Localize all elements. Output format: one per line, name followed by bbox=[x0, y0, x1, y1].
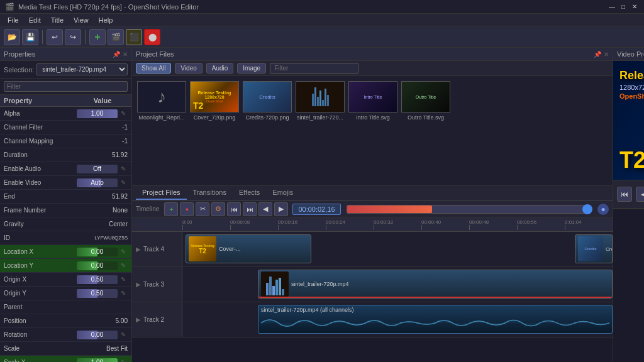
list-item[interactable]: Intro Title Intro Title.svg bbox=[348, 81, 397, 121]
title-bar: 🎬 Media Test Files [HD 720p 24 fps] - Op… bbox=[0, 0, 644, 14]
rotation-edit-icon[interactable]: ✎ bbox=[119, 331, 128, 339]
menu-title[interactable]: Title bbox=[46, 15, 69, 25]
minimize-button[interactable]: — bbox=[608, 3, 616, 11]
properties-table: Property Value Alpha 1.00 ✎ Channel Filt… bbox=[0, 95, 131, 362]
new-button[interactable]: 📂 bbox=[4, 29, 20, 45]
filter-image[interactable]: Image bbox=[237, 63, 266, 74]
alpha-edit-icon[interactable]: ✎ bbox=[119, 109, 128, 118]
window-controls: — □ ✕ bbox=[608, 3, 639, 11]
origin-x-slider[interactable]: 0.50 bbox=[77, 275, 118, 284]
preview-app-name: OpenShot Video Editor bbox=[619, 92, 644, 100]
tab-project-files[interactable]: Project Files bbox=[136, 186, 187, 200]
location-y-slider[interactable]: 0.00 bbox=[77, 261, 118, 270]
location-x-edit-icon[interactable]: ✎ bbox=[119, 248, 128, 256]
prop-origin-x: Origin X 0.50 ✎ bbox=[0, 273, 131, 287]
clip-item[interactable]: sintel_trailer-720p.mp4 bbox=[258, 270, 613, 299]
menu-bar: File Edit Title View Help bbox=[0, 14, 644, 26]
prev-frame-button[interactable]: ⏮ bbox=[227, 202, 241, 216]
rotation-slider[interactable]: 0.00 bbox=[77, 331, 118, 339]
redo-button[interactable]: ↪ bbox=[65, 29, 81, 45]
next-frame-button[interactable]: ⏭ bbox=[243, 202, 257, 216]
tick-56: 00:00:56 bbox=[517, 219, 565, 230]
origin-y-slider[interactable]: 0.50 bbox=[77, 289, 118, 298]
menu-file[interactable]: File bbox=[3, 15, 24, 25]
maximize-button[interactable]: □ bbox=[619, 3, 628, 11]
origin-y-edit-icon[interactable]: ✎ bbox=[119, 289, 128, 298]
timeline-toolbar: + ● ✂ ⚙ ⏮ ⏭ ◀ ▶ 00:00:02,16 ● bbox=[164, 202, 609, 216]
file-thumbnail: Intro Title bbox=[348, 81, 397, 112]
enable-video-slider[interactable]: Auto bbox=[77, 178, 118, 187]
clip-item[interactable]: sintel_trailer-720p.mp4 (all channels) bbox=[258, 305, 613, 334]
file-thumbnail: ♪ bbox=[137, 81, 186, 112]
prop-origin-y: Origin Y 0.50 ✎ bbox=[0, 287, 131, 300]
list-item[interactable]: Outro Title Outro Title.svg bbox=[401, 81, 450, 121]
clip-item[interactable]: Credits Credit... bbox=[575, 234, 613, 263]
location-x-slider[interactable]: 0.00 bbox=[77, 248, 118, 256]
skip-to-start-button[interactable]: ⏮ bbox=[617, 187, 632, 202]
track-3-content: sintel_trailer-720p.mp4 bbox=[182, 267, 613, 302]
enable-audio-slider[interactable]: Off bbox=[77, 165, 118, 173]
filter-tabs: Show All Video Audio Image bbox=[132, 61, 613, 76]
save-button[interactable]: 💾 bbox=[22, 29, 38, 45]
preview-content: Release Testing 1280x720 OpenShot Video … bbox=[613, 61, 644, 180]
playhead-indicator: 00:00:02,16 bbox=[292, 204, 340, 215]
filter-audio[interactable]: Audio bbox=[206, 63, 234, 74]
menu-view[interactable]: View bbox=[69, 15, 94, 25]
pf-pin-icon[interactable]: 📌 bbox=[594, 51, 601, 58]
enable-snapping-button[interactable]: ● bbox=[180, 202, 194, 216]
track-row: ▶ Track 4 Release Testing T2 Cover-... bbox=[132, 232, 613, 267]
menu-help[interactable]: Help bbox=[94, 15, 118, 25]
file-label: Credits-720p.png bbox=[245, 114, 289, 121]
preview-placeholder bbox=[613, 209, 644, 219]
scale-x-slider[interactable]: 1.00 bbox=[77, 358, 118, 363]
file-thumbnail: Release Testing1280x720 OpenShot T2 bbox=[190, 81, 239, 112]
list-item[interactable]: ♪ Moonlight_Repri... bbox=[137, 81, 186, 121]
filter-video[interactable]: Video bbox=[175, 63, 202, 74]
app-icon: 🎬 bbox=[5, 3, 14, 11]
import-button[interactable]: 🎬 bbox=[108, 29, 124, 45]
filter-input[interactable] bbox=[4, 81, 128, 92]
origin-x-edit-icon[interactable]: ✎ bbox=[119, 275, 128, 284]
list-item[interactable]: sintel_trailer-720... bbox=[296, 81, 345, 121]
selection-row: Selection: sintel_trailer-720p.mp4 bbox=[0, 61, 131, 79]
prop-enable-audio: Enable Audio Off ✎ bbox=[0, 162, 131, 176]
project-files-title: Project Files bbox=[136, 50, 174, 58]
clip-item[interactable]: Release Testing T2 Cover-... bbox=[186, 234, 311, 263]
add-track-button[interactable]: + bbox=[164, 202, 178, 216]
project-files-filter-input[interactable] bbox=[270, 63, 358, 74]
properties-header-icons: 📌 ✕ bbox=[113, 51, 128, 58]
pf-close-icon[interactable]: ✕ bbox=[604, 51, 609, 58]
scale-x-edit-icon[interactable]: ✎ bbox=[119, 358, 128, 363]
jump-start-button[interactable]: ◀ bbox=[258, 202, 272, 216]
close-panel-icon[interactable]: ✕ bbox=[123, 51, 128, 58]
track-row: ▶ Track 2 sintel_trailer-720p.mp4 (all c… bbox=[132, 302, 613, 337]
record-button[interactable]: ⬤ bbox=[144, 29, 160, 45]
enable-video-edit-icon[interactable]: ✎ bbox=[119, 178, 128, 187]
menu-edit[interactable]: Edit bbox=[24, 15, 46, 25]
track-label-2: ▶ Track 2 bbox=[132, 302, 182, 337]
close-button[interactable]: ✕ bbox=[630, 3, 639, 11]
pin-icon[interactable]: 📌 bbox=[113, 51, 120, 58]
selection-dropdown[interactable]: sintel_trailer-720p.mp4 bbox=[36, 63, 128, 75]
separator-2 bbox=[85, 30, 86, 44]
list-item[interactable]: Release Testing1280x720 OpenShot T2 Cove… bbox=[190, 81, 239, 121]
enable-audio-edit-icon[interactable]: ✎ bbox=[119, 165, 128, 173]
settings-button[interactable]: ⚙ bbox=[211, 202, 225, 216]
track-2-content: sintel_trailer-720p.mp4 (all channels) bbox=[182, 302, 613, 337]
prev-frame-button[interactable]: ◀ bbox=[636, 187, 644, 202]
add-button[interactable]: + bbox=[89, 29, 106, 45]
filter-show-all[interactable]: Show All bbox=[136, 63, 171, 74]
list-item[interactable]: Credits Credits-720p.png bbox=[243, 81, 292, 121]
tab-emojis[interactable]: Emojis bbox=[266, 186, 299, 200]
location-y-edit-icon[interactable]: ✎ bbox=[119, 261, 128, 270]
export-button[interactable]: ⬛ bbox=[126, 29, 142, 45]
tab-transitions[interactable]: Transitions bbox=[187, 186, 233, 200]
cut-button[interactable]: ✂ bbox=[196, 202, 209, 216]
timeline-progress[interactable] bbox=[347, 205, 591, 214]
prop-duration: Duration 51.92 bbox=[0, 148, 131, 162]
timeline-ball[interactable]: ● bbox=[597, 204, 609, 215]
alpha-slider[interactable]: 1.00 bbox=[77, 109, 118, 118]
undo-button[interactable]: ↩ bbox=[47, 29, 63, 45]
jump-end-button[interactable]: ▶ bbox=[274, 202, 288, 216]
tab-effects[interactable]: Effects bbox=[233, 186, 266, 200]
